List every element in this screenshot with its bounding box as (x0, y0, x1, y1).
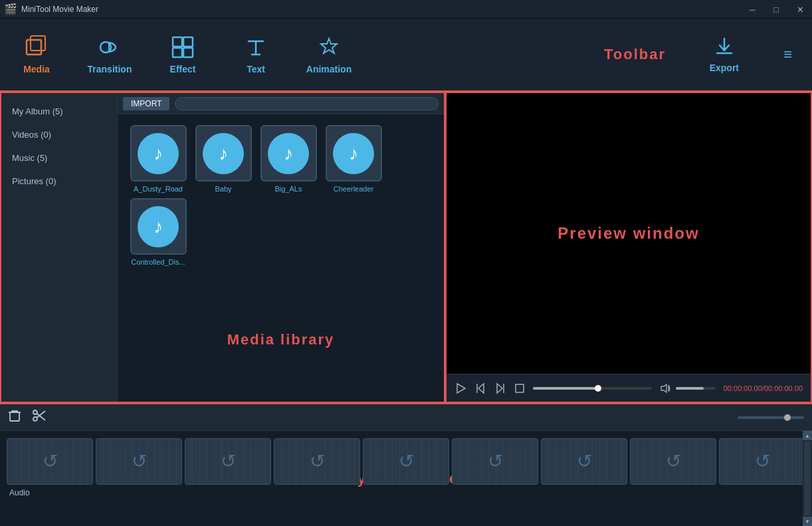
film-icon: ↺ (221, 450, 236, 472)
sidebar-item-videos[interactable]: Videos (0) (1, 123, 117, 146)
media-label: A_Dusty_Road (134, 185, 183, 193)
sidebar-item-music[interactable]: Music (5) (1, 146, 117, 170)
music-icon: ♪ (203, 133, 244, 174)
film-icon: ↺ (399, 450, 414, 472)
timeline-cell[interactable]: ↺ (96, 438, 182, 485)
sidebar: My Album (5) Videos (0) Music (5) Pictur… (1, 93, 118, 402)
sidebar-item-my-album[interactable]: My Album (5) (1, 100, 117, 123)
media-item[interactable]: ♪ Big_ALs (258, 125, 318, 193)
toolbar-text[interactable]: Text (219, 19, 292, 90)
scroll-up-button[interactable]: ▲ (803, 431, 812, 440)
effect-icon (170, 35, 195, 60)
zoom-control (738, 416, 804, 419)
scrollbar[interactable]: ▲ ▼ (803, 431, 812, 526)
timeline-area: Storyboard/Timeline ↺ ↺ ↺ ↺ ↺ ↺ ↺ ↺ ↺ Au… (0, 431, 812, 526)
svg-marker-10 (497, 384, 502, 393)
toolbar-effect[interactable]: Effect (146, 19, 219, 90)
svg-rect-0 (27, 40, 41, 55)
film-icon: ↺ (488, 450, 503, 472)
fastforward-button[interactable] (494, 382, 506, 394)
media-item[interactable]: ♪ Controlled_Dis... (128, 198, 188, 266)
audio-label: Audio (9, 488, 30, 497)
timeline-cell[interactable]: ↺ (719, 438, 805, 485)
scroll-down-button[interactable]: ▼ (803, 517, 812, 526)
toolbar-effect-label: Effect (170, 64, 196, 74)
toolbar-media-label: Media (23, 64, 50, 74)
delete-button[interactable] (8, 409, 21, 426)
svg-marker-7 (457, 384, 465, 393)
music-icon: ♪ (138, 206, 179, 247)
music-icon: ♪ (138, 133, 179, 174)
media-label: Cheerleader (334, 185, 374, 193)
stop-icon (514, 383, 525, 394)
zoom-slider[interactable] (738, 416, 804, 419)
time-display: 00:00:00.00/00:00:00.00 (724, 384, 803, 392)
timeline-cell[interactable]: ↺ (541, 438, 627, 485)
preview-label: Preview window (558, 224, 699, 243)
play-button[interactable] (455, 382, 466, 394)
import-bar: IMPORT (118, 93, 444, 114)
timeline-cell[interactable]: ↺ (630, 438, 716, 485)
svg-rect-4 (183, 37, 193, 47)
animation-icon (316, 35, 342, 60)
stop-button[interactable] (514, 383, 525, 394)
svg-point-20 (33, 410, 37, 414)
minimize-button[interactable]: ─ (740, 0, 764, 19)
media-item[interactable]: ♪ Cheerleader (324, 125, 383, 193)
timeline-cell[interactable]: ↺ (274, 438, 360, 485)
close-button[interactable]: ✕ (788, 0, 812, 19)
timeline-toolbar (0, 404, 812, 431)
timeline-cell[interactable]: ↺ (452, 438, 538, 485)
export-button[interactable]: Export (710, 36, 739, 73)
svg-point-19 (33, 417, 37, 421)
app-icon: 🎬 (4, 3, 17, 16)
timeline-track: ↺ ↺ ↺ ↺ ↺ ↺ ↺ ↺ ↺ (0, 436, 812, 486)
timeline-cell[interactable]: ↺ (363, 438, 449, 485)
trash-icon (8, 409, 21, 422)
sidebar-item-pictures[interactable]: Pictures (0) (1, 170, 117, 193)
film-icon: ↺ (577, 450, 592, 472)
preview-controls: 00:00:00.00/00:00:00.00 (447, 374, 811, 402)
audio-label-row: Audio (0, 486, 812, 499)
svg-rect-1 (31, 36, 45, 51)
media-icon (24, 35, 49, 60)
rewind-button[interactable] (474, 382, 486, 394)
toolbar-media[interactable]: Media (0, 19, 73, 90)
scroll-track[interactable] (804, 442, 811, 515)
media-item[interactable]: ♪ A_Dusty_Road (128, 125, 188, 193)
menu-button[interactable]: ≡ (783, 46, 792, 63)
toolbar-label: Toolbar (604, 46, 666, 63)
scissors-button[interactable] (32, 408, 47, 426)
svg-rect-6 (183, 48, 193, 57)
timeline-cell[interactable]: ↺ (185, 438, 271, 485)
import-button[interactable]: IMPORT (123, 97, 169, 110)
music-icon: ♪ (333, 133, 374, 174)
volume-area (660, 382, 716, 394)
maximize-button[interactable]: □ (764, 0, 788, 19)
media-thumb: ♪ (260, 125, 317, 182)
export-label: Export (710, 63, 739, 73)
progress-bar[interactable] (533, 387, 652, 390)
toolbar-animation[interactable]: Animation (292, 19, 365, 90)
film-icon: ↺ (666, 450, 681, 472)
film-icon: ↺ (132, 450, 147, 472)
fastforward-icon (494, 382, 506, 394)
media-library: IMPORT ♪ A_Dusty_Road ♪ Baby (118, 93, 444, 402)
volume-bar[interactable] (676, 387, 716, 390)
toolbar-transition[interactable]: Transition (73, 19, 146, 90)
film-icon: ↺ (755, 450, 770, 472)
bottom-panel: Storyboard/Timeline ↺ ↺ ↺ ↺ ↺ ↺ ↺ ↺ ↺ Au… (0, 404, 812, 526)
media-label: Big_ALs (275, 185, 302, 193)
svg-rect-12 (516, 384, 524, 392)
window-controls: ─ □ ✕ (740, 0, 812, 18)
preview-panel: Preview window (445, 92, 812, 403)
rewind-icon (474, 382, 486, 394)
music-icon: ♪ (268, 133, 309, 174)
media-item[interactable]: ♪ Baby (193, 125, 253, 193)
volume-icon (660, 382, 672, 394)
search-bar[interactable] (175, 97, 439, 110)
app-title: MiniTool Movie Maker (21, 5, 740, 14)
toolbar-text-label: Text (247, 64, 265, 74)
timeline-cell[interactable]: ↺ (7, 438, 93, 485)
main-content: My Album (5) Videos (0) Music (5) Pictur… (0, 92, 812, 404)
